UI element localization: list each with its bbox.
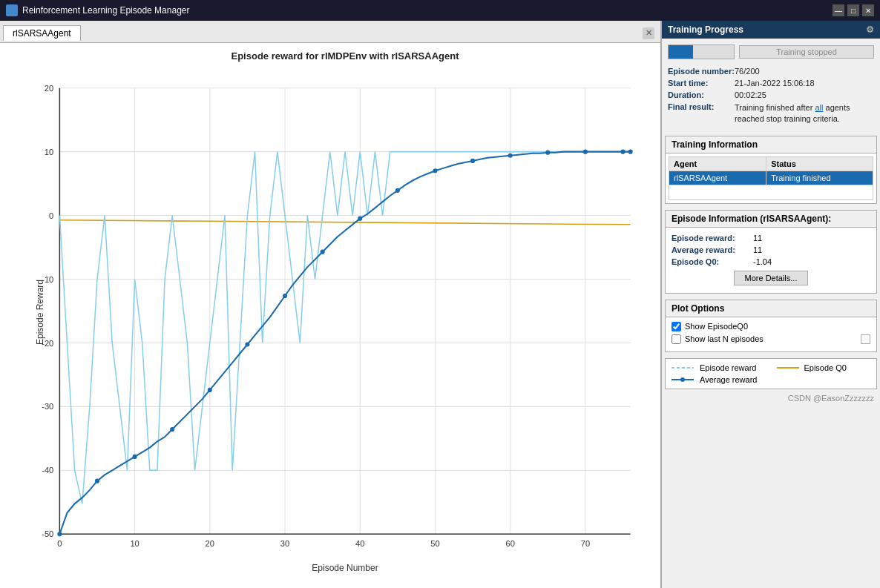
training-progress-label: Training Progress (668, 24, 743, 35)
plot-options-box: Plot Options Show EpisodeQ0 Show last N … (665, 300, 877, 352)
svg-point-47 (508, 153, 513, 158)
duration-label: Duration: (668, 90, 735, 99)
svg-text:20: 20 (45, 84, 53, 93)
window-controls: — □ ✕ (833, 4, 874, 16)
close-button[interactable]: ✕ (862, 4, 874, 16)
start-time-value: 21-Jan-2022 15:06:18 (735, 79, 874, 87)
svg-text:10: 10 (45, 148, 53, 156)
svg-point-50 (620, 150, 625, 154)
show-last-n-row: Show last N episodes 200 (672, 334, 870, 344)
right-panel: Training Progress ⚙ Training stopped Epi… (661, 21, 880, 588)
episode-information-box: Episode Information (rlSARSAAgent): Epis… (665, 210, 877, 294)
svg-point-41 (283, 294, 287, 298)
svg-text:40: 40 (355, 539, 364, 548)
svg-text:-50: -50 (42, 529, 53, 538)
ep-reward-row: Episode reward: 11 (672, 232, 870, 244)
svg-text:60: 60 (505, 539, 514, 548)
watermark: CSDN @EasonZzzzzzz (662, 392, 880, 404)
n-episodes-input[interactable]: 200 (861, 334, 870, 344)
svg-text:20: 20 (206, 539, 214, 548)
training-progress-gear-icon[interactable]: ⚙ (866, 24, 874, 35)
episode-number-row: Episode number: 76/200 (668, 65, 874, 77)
final-result-row: Final result: Training finished after al… (668, 101, 874, 127)
start-time-row: Start time: 21-Jan-2022 15:06:18 (668, 77, 874, 89)
progress-row: Training stopped (668, 44, 874, 59)
avg-reward-label: Average reward: (672, 245, 753, 254)
maximize-button[interactable]: □ (847, 4, 859, 16)
final-result-link[interactable]: all (815, 103, 823, 112)
svg-point-46 (470, 159, 475, 163)
svg-point-35 (57, 532, 62, 536)
legend-avg-reward-row: Average reward (672, 375, 870, 384)
show-episodeq0-checkbox[interactable] (672, 322, 681, 331)
training-information-box: Training Information Agent Status rlSARS… (665, 136, 877, 204)
agent-table-container: Agent Status rlSARSAAgent Training finis… (666, 153, 876, 203)
plot-options-header: Plot Options (666, 300, 876, 317)
agent-col-header: Agent (669, 156, 766, 171)
more-details-button[interactable]: More Details... (734, 271, 809, 285)
legend-ep-q0-label: Episode Q0 (804, 363, 846, 372)
main-container: rlSARSAAgent ✕ Episode reward for rlMDPE… (0, 21, 880, 588)
y-axis-label: Episode Reward (35, 279, 45, 344)
avg-reward-value: 11 (753, 245, 762, 254)
chart-area: Episode reward for rlMDPEnv with rlSARSA… (0, 43, 660, 588)
chart-title: Episode reward for rlMDPEnv with rlSARSA… (37, 50, 653, 62)
training-stopped-button[interactable]: Training stopped (739, 45, 874, 59)
svg-text:-30: -30 (42, 402, 53, 411)
episode-number-label: Episode number: (668, 67, 735, 76)
svg-text:50: 50 (430, 539, 439, 548)
episode-info-section: Episode reward: 11 Average reward: 11 Ep… (666, 228, 876, 293)
minimize-button[interactable]: — (833, 4, 844, 16)
table-row[interactable]: rlSARSAAgent Training finished (669, 171, 873, 185)
svg-point-51 (628, 150, 633, 154)
ep-q0-row: Episode Q0: -1.04 (672, 256, 870, 268)
show-last-n-checkbox[interactable] (672, 334, 681, 344)
svg-point-37 (133, 455, 137, 459)
svg-point-38 (170, 427, 174, 432)
agent-table: Agent Status rlSARSAAgent Training finis… (669, 156, 873, 200)
svg-point-40 (245, 342, 249, 346)
chart-svg: 20 10 0 -10 -20 -30 -40 -50 0 10 20 30 4… (37, 65, 653, 558)
legend-ep-q0-row: Episode Q0 (777, 363, 846, 372)
svg-line-34 (59, 220, 630, 225)
legend-avg-reward-label: Average reward (700, 375, 757, 384)
training-progress-header: Training Progress ⚙ (662, 21, 880, 39)
svg-point-48 (545, 151, 550, 155)
avg-reward-row: Average reward: 11 (672, 244, 870, 256)
episode-information-header: Episode Information (rlSARSAAgent): (666, 211, 876, 228)
tab-rlsarsaagent[interactable]: rlSARSAAgent (3, 25, 81, 41)
svg-point-39 (208, 388, 212, 392)
tab-label: rlSARSAAgent (13, 28, 71, 39)
svg-point-36 (95, 479, 99, 483)
duration-value: 00:02:25 (735, 90, 874, 99)
tab-bar: rlSARSAAgent ✕ (0, 21, 660, 43)
svg-text:30: 30 (280, 539, 289, 548)
ep-q0-value: -1.04 (753, 257, 772, 266)
final-result-value: Training finished after all agents reach… (735, 102, 874, 125)
episode-number-value: 76/200 (735, 67, 874, 76)
svg-point-44 (395, 188, 400, 193)
svg-point-42 (321, 250, 325, 254)
svg-text:0: 0 (57, 539, 62, 548)
status-col-header: Status (766, 156, 873, 171)
svg-text:70: 70 (581, 539, 590, 548)
ep-reward-value: 11 (753, 234, 762, 242)
tab-close-button[interactable]: ✕ (643, 27, 654, 39)
svg-point-49 (583, 150, 588, 154)
svg-point-43 (358, 217, 362, 221)
legend-ep-reward-label: Episode reward (700, 363, 756, 372)
show-last-n-label: Show last N episodes (685, 334, 764, 343)
plot-options-section: Show EpisodeQ0 Show last N episodes 200 (666, 317, 876, 351)
show-episodeq0-label: Show EpisodeQ0 (685, 322, 748, 331)
empty-row (669, 185, 873, 199)
legend-ep-reward-row: Episode reward Episode Q0 (672, 363, 870, 372)
training-info-table: Episode number: 76/200 Start time: 21-Ja… (668, 65, 874, 127)
agent-name-cell: rlSARSAAgent (669, 171, 766, 185)
svg-text:0: 0 (49, 211, 53, 220)
legend-section: Episode reward Episode Q0 Average reward (665, 358, 877, 389)
progress-bar-container (668, 44, 735, 59)
legend-ep-reward-icon (672, 364, 694, 371)
svg-text:-40: -40 (42, 466, 53, 475)
legend-avg-reward-icon (672, 376, 694, 383)
final-result-label: Final result: (668, 102, 735, 125)
